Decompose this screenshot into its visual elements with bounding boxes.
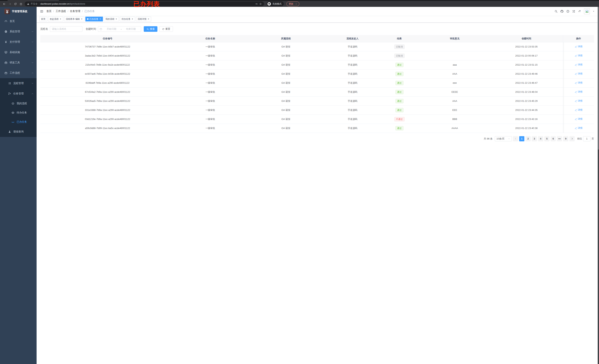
table-row: a59c9d88-7b99-11ec-ba5c-acde48001122一级审批… bbox=[40, 124, 300, 133]
reset-button[interactable]: 重置 bbox=[159, 26, 173, 32]
task-name-cell: 一级审批 bbox=[175, 97, 246, 106]
submenu-工作流程: 流程管理任务管理我的流程待办任务已办任务请假查询 bbox=[0, 78, 36, 137]
process-cell: OA 请假 bbox=[246, 115, 300, 124]
eye-icon bbox=[11, 111, 14, 114]
sidebar-item-流程管理[interactable]: 流程管理 bbox=[0, 78, 36, 89]
sidebar-item-label: 研发工具 bbox=[10, 61, 20, 64]
close-icon[interactable]: × bbox=[81, 18, 83, 20]
task-id-cell: 67c534a2-7b9a-11ec-a290-acde48001122 bbox=[40, 87, 175, 97]
sidebar-item-研发工具[interactable]: 研发工具 bbox=[0, 57, 36, 68]
process-cell: OA 请假 bbox=[246, 69, 300, 78]
task-name-cell: 一级审批 bbox=[175, 42, 246, 51]
sidebar-item-label: 我的流程 bbox=[17, 102, 27, 105]
task-id-cell: 8196daff-7b9a-11ec-a290-acde48001122 bbox=[40, 78, 175, 87]
process-name-input[interactable]: 请输入流程名 bbox=[50, 26, 82, 32]
table-body: 74736737-7b9b-11ec-b5b7-acde48001122一级审批… bbox=[40, 42, 300, 133]
sidebar-item-label: 任务管理 bbox=[13, 92, 24, 95]
tab-发起流程[interactable]: 发起流程× bbox=[48, 17, 63, 21]
main-area: 首页/工作流程/任务管理/已办任务 TT 首页发起流程×流程表单-编辑×已办任务… bbox=[36, 7, 300, 182]
close-icon[interactable]: × bbox=[147, 18, 150, 20]
sidebar-item-支付管理[interactable]: 支付管理 bbox=[0, 37, 36, 47]
tab-我的流程[interactable]: 我的流程× bbox=[104, 17, 119, 21]
sidebar-item-label: 待办任务 bbox=[17, 111, 27, 114]
task-name-cell: 一级审批 bbox=[175, 115, 246, 124]
table-row: ec507ae6-7b9a-11ec-b03b-acde48001122一级审批… bbox=[40, 69, 300, 78]
sidebar-item-label: 支付管理 bbox=[10, 40, 20, 44]
close-icon[interactable]: × bbox=[131, 18, 133, 20]
tab-label: 流程表单-编辑 bbox=[66, 18, 80, 21]
hamburger-icon[interactable] bbox=[40, 10, 45, 13]
tab-流程表单-编辑[interactable]: 流程表单-编辑× bbox=[64, 17, 84, 21]
eye-closed-icon bbox=[11, 120, 14, 124]
yen-icon bbox=[4, 40, 7, 44]
table-row: 53026aa5-7b9a-11ec-a290-acde48001122一级审批… bbox=[40, 97, 300, 106]
process-cell: OA 请假 bbox=[246, 106, 300, 115]
tab-label: 首页 bbox=[41, 18, 45, 21]
tab-已办任务[interactable]: 已办任务× bbox=[85, 17, 103, 21]
column-header-所属流程: 所属流程 bbox=[246, 35, 300, 42]
forward-icon[interactable] bbox=[7, 1, 12, 6]
close-icon[interactable]: × bbox=[99, 18, 101, 20]
breadcrumb-item-已办任务: 已办任务 bbox=[84, 10, 95, 13]
tab-label: 我的流程 bbox=[106, 18, 114, 21]
chevron-down-icon bbox=[31, 62, 34, 64]
sidebar-item-基础设施[interactable]: 基础设施 bbox=[0, 47, 36, 57]
back-icon[interactable] bbox=[2, 1, 7, 6]
monitor-icon bbox=[4, 51, 7, 54]
tab-首页[interactable]: 首页 bbox=[39, 17, 47, 21]
close-icon[interactable]: × bbox=[60, 18, 62, 20]
tab-待办任务[interactable]: 待办任务× bbox=[120, 17, 135, 21]
close-icon[interactable]: × bbox=[115, 18, 117, 20]
submenu-任务管理: 我的流程待办任务已办任务 bbox=[0, 99, 36, 127]
breadcrumb-separator: / bbox=[82, 10, 83, 13]
breadcrumb-separator: / bbox=[53, 10, 54, 13]
pagination: 共 86 条10条/页123456•••9前往1页 bbox=[40, 136, 300, 141]
task-id-cell: 03d1219e-7b9a-11ec-a290-acde48001122 bbox=[40, 115, 175, 124]
app-logo-row[interactable]: 🐰 芋道管理系统 bbox=[0, 7, 36, 16]
toolbox-icon bbox=[4, 61, 7, 64]
date-range-input[interactable]: 开始日期 - 结束日期 bbox=[98, 26, 141, 32]
bookmark-star-icon[interactable] bbox=[259, 3, 262, 5]
tags-view-bar: 首页发起流程×流程表单-编辑×已办任务×我的流程×待办任务×流程详情× bbox=[36, 16, 300, 23]
menu-dots-icon[interactable] bbox=[295, 3, 298, 5]
sidebar-item-系统管理[interactable]: 系统管理 bbox=[0, 27, 36, 37]
breadcrumb-item-首页[interactable]: 首页 bbox=[46, 10, 52, 13]
sidebar-item-已办任务[interactable]: 已办任务 bbox=[0, 117, 36, 127]
browser-active-tab[interactable] bbox=[7, 0, 59, 1]
table-row: 8196daff-7b9a-11ec-a290-acde48001122一级审批… bbox=[40, 78, 300, 87]
column-header-任务编号: 任务编号 bbox=[40, 35, 175, 42]
gear-icon bbox=[4, 30, 7, 33]
search-button-icon bbox=[147, 28, 149, 30]
task-id-cell: a59c9d88-7b99-11ec-ba5c-acde48001122 bbox=[40, 124, 175, 133]
task-id-cell: 331e3388-7b9a-11ec-a290-acde48001122 bbox=[40, 106, 175, 115]
column-header-任务名称: 任务名称 bbox=[175, 35, 246, 42]
refresh-icon bbox=[162, 28, 164, 30]
sidebar-item-我的流程[interactable]: 我的流程 bbox=[0, 99, 36, 108]
process-cell: OA 请假 bbox=[246, 97, 300, 106]
briefcase-icon bbox=[4, 71, 7, 74]
task-name-cell: 一级审批 bbox=[175, 124, 246, 133]
app-title: 芋道管理系统 bbox=[12, 10, 27, 13]
process-cell: OA 请假 bbox=[246, 60, 300, 69]
sidebar-item-label: 请假查询 bbox=[13, 130, 24, 133]
key-icon[interactable] bbox=[255, 3, 258, 5]
end-date-placeholder: 结束日期 bbox=[122, 27, 140, 31]
tab-流程详情[interactable]: 流程详情× bbox=[136, 17, 151, 21]
breadcrumb-item-任务管理[interactable]: 任务管理 bbox=[70, 10, 80, 13]
reload-icon[interactable] bbox=[13, 1, 18, 6]
sidebar-item-待办任务[interactable]: 待办任务 bbox=[0, 108, 36, 117]
table-row: 03d1219e-7b9a-11ec-a290-acde48001122一级审批… bbox=[40, 115, 300, 124]
chevron-down-icon bbox=[31, 41, 34, 43]
chrome-update-button[interactable]: 更新 bbox=[286, 1, 299, 6]
face-icon bbox=[11, 102, 14, 105]
sidebar-item-任务管理[interactable]: 任务管理 bbox=[0, 89, 36, 99]
breadcrumb-item-工作流程[interactable]: 工作流程 bbox=[56, 10, 66, 13]
sidebar-item-首页[interactable]: 首页 bbox=[0, 16, 36, 27]
sidebar-item-工作流程[interactable]: 工作流程 bbox=[0, 68, 36, 78]
incognito-badge: 无痕模式 bbox=[267, 1, 284, 6]
sidebar-item-请假查询[interactable]: 请假查询 bbox=[0, 127, 36, 137]
sidebar-item-label: 工作流程 bbox=[10, 71, 20, 75]
search-button[interactable]: 搜索 bbox=[144, 26, 158, 32]
home-icon[interactable] bbox=[18, 1, 23, 6]
filter-row: 流程名 请输入流程名 创建时间 开始日期 - 结束日期 搜索 重置 bbox=[40, 26, 300, 32]
